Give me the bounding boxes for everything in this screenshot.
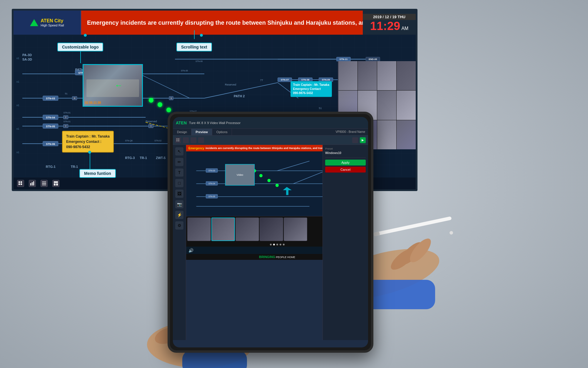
svg-rect-111: [21, 181, 22, 183]
svg-text:PA-3D: PA-3D: [22, 53, 32, 57]
svg-text:x1: x1: [16, 104, 19, 107]
sidebar-icon-image[interactable]: 🖼: [175, 190, 183, 198]
video-overlay: ← 02:55:11:30: [83, 64, 143, 107]
sidebar-icon-text[interactable]: T: [175, 168, 183, 177]
aten-tablet-logo: ATEN: [176, 121, 187, 125]
tablet-tabs: Design Preview Options VP8000 - Brand Na…: [173, 129, 368, 136]
memo-function-callout: Memo funtion: [79, 169, 116, 178]
grid-icon[interactable]: [17, 180, 24, 187]
apply-button[interactable]: Apply: [325, 160, 366, 165]
page-dot-2: [273, 244, 275, 245]
svg-text:STN-03: STN-03: [208, 170, 215, 172]
svg-rect-123: [176, 138, 178, 140]
sidebar-icon-settings[interactable]: ⚙: [175, 221, 183, 230]
tablet-tool-4[interactable]: [198, 137, 204, 143]
cctv-cell-12: [397, 120, 416, 149]
cancel-button[interactable]: Cancel: [325, 167, 366, 173]
options-preset-section: Preset Windows10: [325, 147, 366, 155]
thumb-2-selected[interactable]: [211, 218, 235, 241]
page-dot-4: [280, 244, 281, 245]
sidebar-icon-lightning[interactable]: ⚡: [175, 211, 183, 219]
page-dot-5: [283, 244, 285, 245]
clock-date: 2019 / 12 / 19 THU: [363, 14, 416, 20]
svg-text:x1: x1: [16, 57, 19, 60]
brand-name: ATEN City: [41, 18, 64, 24]
svg-rect-113: [21, 183, 22, 185]
tab-preview[interactable]: Preview: [191, 129, 212, 135]
svg-rect-119: [42, 185, 46, 185]
sidebar-icon-camera[interactable]: 📷: [175, 200, 183, 208]
svg-text:T: T: [65, 116, 67, 118]
tablet-tool-play[interactable]: ▶: [360, 137, 366, 143]
tablet-sidebar: ↖ ✏ T □ 🖼 📷 ⚡ ⚙: [173, 145, 186, 340]
tablet-toolbar: ▶: [173, 136, 368, 145]
tab-design[interactable]: Design: [173, 129, 191, 135]
svg-text:STN-05: STN-05: [208, 195, 215, 198]
svg-text:STN-06: STN-06: [196, 60, 203, 62]
svg-text:Reserved: Reserved: [225, 83, 236, 86]
tab-options[interactable]: Options: [212, 129, 232, 135]
svg-rect-116: [33, 181, 34, 185]
svg-text:STN-06: STN-06: [46, 143, 55, 145]
svg-rect-110: [19, 181, 20, 183]
memo-callout-line: [90, 151, 90, 169]
cctv-cell-8: [397, 91, 416, 120]
brand-subtitle: High Speed Rail: [41, 24, 64, 27]
tablet-subtitle: VP8000 - Brand Name: [333, 129, 368, 135]
list-icon[interactable]: [41, 180, 48, 187]
svg-text:STN-04: STN-04: [46, 116, 55, 119]
train-dot-3: [166, 108, 171, 112]
svg-text:TR-1: TR-1: [71, 165, 78, 168]
preset-label: Preset: [325, 147, 366, 150]
svg-rect-125: [176, 140, 178, 141]
tablet-tool-2[interactable]: [183, 137, 189, 143]
layout-icon[interactable]: [52, 180, 59, 187]
train-info-box-top: Train Captain : Mr. Tanaka Emergency Con…: [290, 81, 332, 97]
svg-text:STN-02: STN-02: [154, 140, 161, 142]
svg-text:x1: x1: [16, 151, 19, 154]
sidebar-icon-cursor[interactable]: ↖: [175, 147, 183, 155]
cctv-cell-11: [377, 120, 396, 149]
tablet-tool-3[interactable]: [191, 137, 196, 143]
memo-box: Train Captain : Mr. Tanaka Emergency Con…: [62, 131, 114, 153]
svg-text:TR-1: TR-1: [140, 156, 147, 160]
svg-text:STN-05: STN-05: [46, 125, 55, 128]
clock-time: 11:29: [370, 20, 400, 32]
svg-point-143: [275, 184, 279, 187]
tablet-content-area: ↖ ✏ T □ 🖼 📷 ⚡ ⚙ Emergency incidents are …: [173, 145, 368, 340]
train-dot-1: [149, 98, 153, 103]
aten-arrow-icon: [30, 19, 38, 26]
svg-text:PATH 2: PATH 2: [234, 94, 245, 98]
svg-text:STN-03: STN-03: [46, 97, 55, 100]
svg-text:x1: x1: [16, 127, 19, 130]
callout-dot-logo: [84, 34, 87, 37]
svg-text:ZWT-5: ZWT-5: [156, 156, 166, 160]
thumb-4[interactable]: [260, 218, 283, 241]
emergency-label: Emergency: [188, 147, 204, 150]
tablet-tool-5[interactable]: [352, 137, 358, 143]
cctv-cell-1: [338, 61, 358, 90]
page-dot-1: [270, 244, 272, 245]
thumb-3[interactable]: [235, 218, 259, 241]
sidebar-icon-shape[interactable]: □: [175, 179, 183, 187]
cctv-cell-3: [377, 61, 396, 90]
cctv-cell-4: [397, 61, 416, 90]
thumb-1[interactable]: [187, 218, 211, 241]
svg-text:51: 51: [319, 107, 322, 110]
svg-text:51: 51: [65, 92, 68, 95]
svg-rect-120: [54, 181, 58, 183]
svg-text:END-00: END-00: [369, 58, 377, 61]
page-dot-3: [276, 244, 278, 245]
sidebar-icon-pen[interactable]: ✏: [175, 158, 183, 166]
svg-text:STN-05: STN-05: [181, 70, 188, 72]
thumb-5[interactable]: [284, 218, 307, 241]
svg-rect-122: [56, 183, 58, 185]
tablet-tool-1[interactable]: [175, 137, 181, 143]
svg-text:STN-07: STN-07: [281, 78, 289, 81]
svg-text:x1: x1: [16, 80, 19, 83]
tablet-product-name: Ture 4K 8 X 9 Video Wall Processor: [189, 121, 240, 125]
chart-icon[interactable]: [29, 180, 36, 187]
cctv-cell-2: [358, 61, 377, 90]
tablet-device: ATEN Ture 4K 8 X 9 Video Wall Processor …: [168, 112, 373, 353]
svg-point-142: [268, 179, 271, 182]
